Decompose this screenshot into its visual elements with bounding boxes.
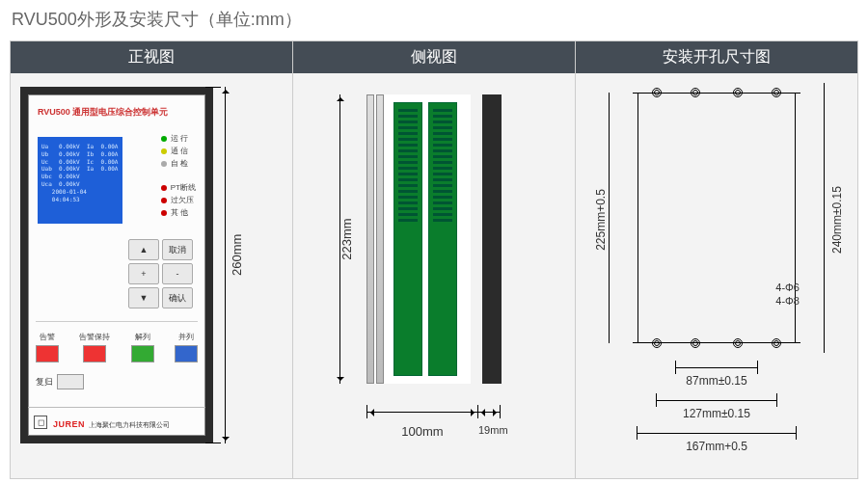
side-view-cell: 侧视图 223mm: [292, 41, 575, 478]
phi8-label: 4-Φ8: [775, 295, 800, 307]
mounting-hole-icon: [733, 338, 743, 348]
led-run-icon: [161, 136, 167, 142]
indicator-button-row: 告警 告警保持 解列 并列: [36, 321, 198, 362]
split-button[interactable]: [131, 345, 154, 362]
cutout-body: 225mm+0.5 240mm±0.15 4-Φ6 4-Φ8 87mm±0.15: [576, 73, 857, 478]
side-body: 223mm 100mm 19mm: [293, 73, 575, 478]
terminal-block-a: [393, 102, 422, 376]
brand-row: ◻ JUREN 上海聚仁电力科技有限公司: [28, 407, 205, 436]
brand-company: 上海聚仁电力科技有限公司: [89, 421, 170, 428]
keypad: ▲ 取消 + - ▼ 确认: [128, 239, 196, 309]
mounting-hole-icon: [691, 338, 700, 348]
cutout-horizontal-dims: 87mm±0.15 127mm±0.15 167mm+0.5: [634, 359, 800, 453]
phi6-label: 4-Φ6: [775, 282, 800, 293]
cutout-header: 安装开孔尺寸图: [576, 41, 857, 73]
led-self-icon: [161, 161, 167, 167]
front-view-cell: 正视图 RVU500 通用型电压综合控制单元 Ua 0.00kV Ia 0.00…: [11, 41, 292, 478]
device-side-view: 223mm: [366, 94, 502, 384]
led-other-icon: [161, 210, 167, 216]
front-height-dimension: [225, 87, 226, 443]
key-down[interactable]: ▼: [128, 287, 159, 309]
side-header: 侧视图: [293, 41, 575, 73]
key-cancel[interactable]: 取消: [162, 239, 193, 260]
lcd-screen: Ua 0.00kV Ia 0.00A Ub 0.00kV Ib 0.00A Uc…: [38, 137, 122, 224]
reset-button[interactable]: [57, 374, 84, 389]
front-body: RVU500 通用型电压综合控制单元 Ua 0.00kV Ia 0.00A Ub…: [11, 73, 292, 478]
product-title: RVU500 通用型电压综合控制单元: [38, 106, 196, 119]
front-bezel-side: [482, 94, 502, 384]
usb-port-icon: ◻: [34, 416, 47, 429]
mounting-hole-icon: [772, 338, 781, 348]
page-title: RVU500外形及安装尺寸（单位:mm）: [12, 8, 858, 31]
cutout-cell: 安装开孔尺寸图: [575, 41, 857, 478]
key-plus[interactable]: +: [128, 263, 159, 284]
side-bezel-label: 19mm: [478, 424, 502, 439]
diagram-row: 正视图 RVU500 通用型电压综合控制单元 Ua 0.00kV Ia 0.00…: [10, 40, 858, 479]
device-front-panel: RVU500 通用型电压综合控制单元 Ua 0.00kV Ia 0.00A Ub…: [20, 87, 213, 443]
status-leds: 运 行 通 信 自 检 PT断线 过欠压 其 他: [161, 131, 196, 220]
alarm-hold-button[interactable]: [83, 345, 106, 362]
side-depth-label: 100mm: [366, 424, 478, 439]
led-comm-icon: [161, 148, 167, 154]
brand-logo: JUREN: [53, 419, 85, 429]
reset-row: 复归: [36, 374, 84, 389]
front-header: 正视图: [11, 41, 292, 73]
front-height-label: 260mm: [230, 234, 244, 276]
led-ov-icon: [161, 198, 167, 203]
led-pt-icon: [161, 185, 167, 191]
side-height-label: 223mm: [339, 218, 354, 259]
alarm-button[interactable]: [36, 345, 59, 362]
key-ok[interactable]: 确认: [162, 287, 193, 309]
mounting-hole-icon: [652, 338, 662, 348]
key-up[interactable]: ▲: [128, 239, 159, 260]
key-minus[interactable]: -: [162, 263, 193, 284]
mounting-cutout: [637, 93, 796, 343]
parallel-button[interactable]: [175, 345, 198, 362]
terminal-block-b: [428, 102, 457, 376]
